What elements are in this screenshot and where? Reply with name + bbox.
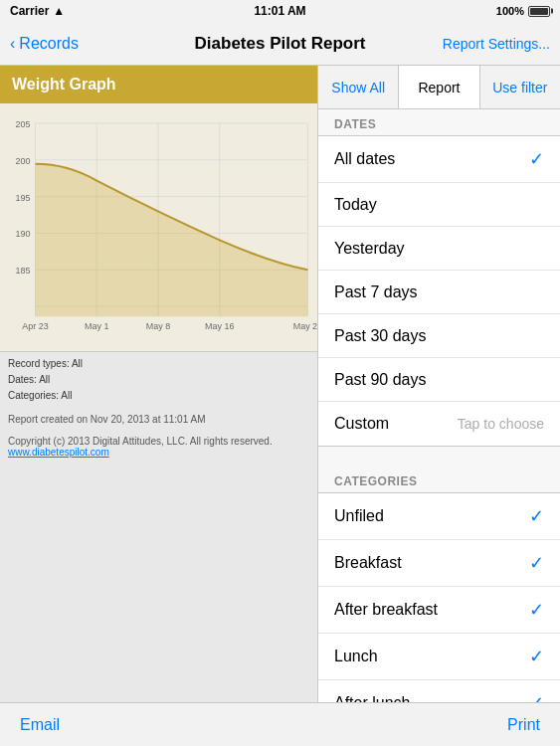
tab-report[interactable]: Report bbox=[399, 66, 479, 108]
filter-label-today: Today bbox=[334, 196, 377, 214]
copyright-text: Copyright (c) 2013 Digital Attitudes, LL… bbox=[8, 436, 273, 447]
nav-bar: ‹ Records Diabetes Pilot Report Report S… bbox=[0, 22, 560, 66]
copyright-info: Copyright (c) 2013 Digital Attitudes, LL… bbox=[0, 432, 317, 462]
checkmark-all-dates: ✓ bbox=[529, 148, 544, 170]
status-right: 100% bbox=[496, 5, 550, 17]
svg-text:185: 185 bbox=[16, 266, 31, 276]
svg-text:Apr 23: Apr 23 bbox=[22, 321, 48, 331]
filter-label-after-lunch: After lunch bbox=[334, 694, 410, 702]
tap-to-choose-label: Tap to choose bbox=[458, 416, 544, 432]
filter-item-past30[interactable]: Past 30 days bbox=[318, 314, 560, 358]
carrier-label: Carrier bbox=[10, 4, 49, 18]
record-types-label: Record types: All bbox=[8, 356, 309, 372]
tab-bar: Show All Report Use filter bbox=[318, 66, 560, 109]
nav-title: Diabetes Pilot Report bbox=[195, 34, 366, 54]
dates-filter-group: All dates ✓ Today Yesterday Past 7 days … bbox=[318, 135, 560, 447]
back-button[interactable]: ‹ Records bbox=[10, 35, 79, 53]
filter-item-past7[interactable]: Past 7 days bbox=[318, 271, 560, 314]
filter-label-all-dates: All dates bbox=[334, 150, 395, 168]
svg-text:May 8: May 8 bbox=[146, 321, 170, 331]
filter-label-past90: Past 90 days bbox=[334, 371, 427, 389]
filter-item-all-dates[interactable]: All dates ✓ bbox=[318, 136, 560, 183]
filter-item-custom[interactable]: Custom Tap to choose bbox=[318, 402, 560, 446]
filter-item-unfiled[interactable]: Unfiled ✓ bbox=[318, 493, 560, 540]
categories-filter-group: Unfiled ✓ Breakfast ✓ After breakfast ✓ … bbox=[318, 492, 560, 702]
svg-text:190: 190 bbox=[16, 229, 31, 239]
status-time: 11:01 AM bbox=[254, 4, 305, 18]
report-info: Report created on Nov 20, 2013 at 11:01 … bbox=[0, 408, 317, 432]
right-panel: Show All Report Use filter DATES All dat… bbox=[317, 66, 560, 702]
checkmark-breakfast: ✓ bbox=[529, 552, 544, 574]
copyright-link[interactable]: www.diabetespilot.com bbox=[8, 447, 109, 458]
graph-labels: Record types: All Dates: All Categories:… bbox=[0, 352, 317, 408]
filter-item-after-lunch[interactable]: After lunch ✓ bbox=[318, 680, 560, 702]
checkmark-unfiled: ✓ bbox=[529, 505, 544, 527]
back-label: Records bbox=[19, 35, 79, 53]
status-bar: Carrier ▲ 11:01 AM 100% bbox=[0, 0, 560, 22]
dates-label: Dates: All bbox=[8, 372, 309, 388]
filter-label-after-breakfast: After breakfast bbox=[334, 601, 438, 619]
filter-list: DATES All dates ✓ Today Yesterday Past 7… bbox=[318, 109, 560, 702]
checkmark-after-lunch: ✓ bbox=[529, 692, 544, 702]
filter-item-breakfast[interactable]: Breakfast ✓ bbox=[318, 540, 560, 587]
back-chevron-icon: ‹ bbox=[10, 35, 15, 53]
filter-item-today[interactable]: Today bbox=[318, 183, 560, 227]
filter-label-yesterday: Yesterday bbox=[334, 240, 405, 258]
svg-text:195: 195 bbox=[16, 193, 31, 203]
filter-item-lunch[interactable]: Lunch ✓ bbox=[318, 634, 560, 680]
svg-text:May 24: May 24 bbox=[293, 321, 317, 331]
filter-label-custom: Custom bbox=[334, 415, 389, 433]
filter-item-after-breakfast[interactable]: After breakfast ✓ bbox=[318, 587, 560, 634]
svg-text:205: 205 bbox=[16, 119, 31, 129]
main-content: Weight Graph 205 200 195 19 bbox=[0, 66, 560, 702]
signal-icon: ▲ bbox=[53, 4, 65, 18]
checkmark-lunch: ✓ bbox=[529, 646, 544, 667]
categories-label: Categories: All bbox=[8, 388, 309, 404]
filter-item-yesterday[interactable]: Yesterday bbox=[318, 227, 560, 271]
battery-percent: 100% bbox=[496, 5, 524, 17]
report-settings-button[interactable]: Report Settings... bbox=[443, 36, 550, 52]
filter-label-breakfast: Breakfast bbox=[334, 554, 402, 572]
categories-section-header: CATEGORIES bbox=[318, 466, 560, 492]
battery-icon bbox=[528, 6, 550, 17]
left-panel: Weight Graph 205 200 195 19 bbox=[0, 66, 317, 702]
print-button[interactable]: Print bbox=[507, 716, 540, 734]
tab-show-all[interactable]: Show All bbox=[318, 66, 399, 108]
svg-text:May 1: May 1 bbox=[85, 321, 108, 331]
weight-graph-title: Weight Graph bbox=[0, 66, 317, 103]
graph-container: 205 200 195 190 185 Apr 23 May 1 May 8 M… bbox=[0, 103, 317, 352]
weight-graph-svg: 205 200 195 190 185 Apr 23 May 1 May 8 M… bbox=[0, 103, 317, 351]
filter-label-past30: Past 30 days bbox=[334, 327, 427, 345]
section-gap bbox=[318, 447, 560, 466]
filter-item-past90[interactable]: Past 90 days bbox=[318, 358, 560, 402]
dates-section-header: DATES bbox=[318, 109, 560, 135]
filter-label-unfiled: Unfiled bbox=[334, 507, 384, 525]
filter-label-past7: Past 7 days bbox=[334, 283, 418, 301]
svg-text:200: 200 bbox=[16, 156, 31, 166]
checkmark-after-breakfast: ✓ bbox=[529, 599, 544, 621]
email-button[interactable]: Email bbox=[20, 716, 60, 734]
status-left: Carrier ▲ bbox=[10, 4, 65, 18]
svg-text:May 16: May 16 bbox=[205, 321, 234, 331]
bottom-bar: Email Print bbox=[0, 702, 560, 746]
tab-use-filter[interactable]: Use filter bbox=[480, 66, 560, 108]
filter-label-lunch: Lunch bbox=[334, 648, 378, 665]
